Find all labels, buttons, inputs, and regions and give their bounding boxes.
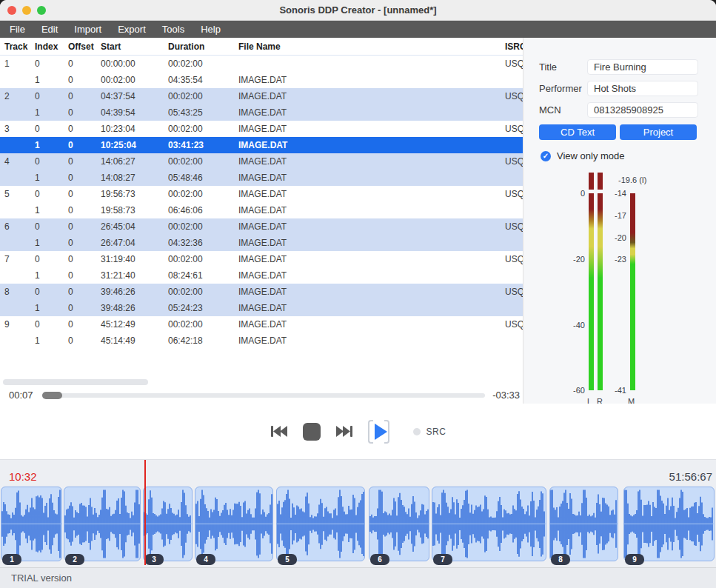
cell-index: 0 [35, 287, 68, 297]
menu-item-file[interactable]: File [1, 21, 33, 38]
waveform-segment[interactable]: 2 [64, 487, 141, 561]
total-time: 51:56:67 [669, 470, 712, 483]
table-row[interactable]: 60026:45:0400:02:00IMAGE.DATUSQ [0, 218, 523, 235]
cell-offset: 0 [68, 254, 101, 264]
cell-duration: 05:24:23 [168, 303, 238, 313]
table-row[interactable]: 30010:23:0400:02:00IMAGE.DATUSQ [0, 121, 523, 137]
track-number-badge: 4 [196, 554, 215, 565]
cell-duration: 00:02:00 [168, 189, 238, 199]
table-row[interactable]: 70031:19:4000:02:00IMAGE.DATUSQ [0, 251, 523, 267]
cell-index: 1 [35, 205, 68, 216]
waveform-segment[interactable]: 1 [1, 487, 62, 561]
src-radio-icon[interactable] [413, 428, 421, 435]
waveform-segment[interactable]: 6 [369, 487, 429, 561]
table-row[interactable]: 1010:25:0403:41:23IMAGE.DAT [0, 137, 523, 153]
horizontal-scrollbar[interactable] [3, 379, 148, 385]
column-header-offset[interactable]: Offset [68, 41, 101, 52]
waveform-segment[interactable]: 4 [195, 487, 273, 561]
seek-thumb[interactable] [42, 392, 62, 399]
cell-isrc: USQ [505, 254, 523, 264]
cell-duration: 04:32:36 [168, 238, 238, 248]
cell-start: 19:56:73 [101, 189, 168, 199]
play-button[interactable] [368, 420, 389, 444]
track-number-badge: 7 [433, 554, 452, 565]
table-row[interactable]: 50019:56:7300:02:00IMAGE.DATUSQ [0, 186, 523, 202]
skip-forward-icon[interactable] [335, 425, 353, 438]
src-option[interactable]: SRC [413, 427, 446, 437]
waveform-image [195, 487, 272, 561]
waveform-segment[interactable]: 5 [276, 487, 365, 561]
cell-duration: 08:24:61 [168, 270, 238, 281]
table-row[interactable]: 80039:46:2600:02:00IMAGE.DATUSQ [0, 284, 523, 300]
waveform-segment[interactable]: 8 [549, 487, 618, 561]
cell-isrc: USQ [505, 319, 523, 330]
cell-track: 7 [4, 254, 35, 264]
track-number-badge: 3 [144, 554, 164, 565]
table-row[interactable]: 1004:39:5405:43:25IMAGE.DAT [0, 104, 523, 121]
skip-back-icon[interactable] [270, 425, 288, 438]
column-header-isrc[interactable]: ISRC [505, 41, 523, 52]
table-row[interactable]: 90045:12:4900:02:00IMAGE.DATUSQ [0, 316, 523, 333]
table-row[interactable]: 1031:21:4008:24:61IMAGE.DAT [0, 267, 523, 284]
cell-offset: 0 [68, 270, 101, 281]
overload-indicator [589, 173, 594, 190]
window-title: Sonoris DDP Creator - [unnamed*] [0, 0, 716, 21]
waveform-segment[interactable]: 3 [143, 487, 193, 561]
cell-duration: 05:48:46 [168, 173, 238, 183]
src-label: SRC [426, 427, 446, 437]
cell-index: 1 [35, 173, 68, 183]
cell-file: IMAGE.DAT [238, 189, 505, 199]
menu-item-import[interactable]: Import [66, 21, 110, 38]
table-row[interactable]: 1045:14:4906:42:18IMAGE.DAT [0, 333, 523, 349]
waveform-segment[interactable]: 9 [623, 487, 715, 561]
status-bar: TRIAL version [0, 567, 716, 588]
waveform-segment[interactable]: 7 [432, 487, 546, 561]
cell-file: IMAGE.DAT [238, 91, 505, 101]
overload-indicator [598, 173, 603, 190]
cell-offset: 0 [68, 156, 101, 167]
table-row[interactable]: 10000:00:0000:02:00USQ [0, 56, 523, 72]
waveform-image [624, 487, 714, 561]
cell-offset: 0 [68, 75, 101, 85]
cell-index: 0 [35, 156, 68, 167]
table-row[interactable]: 1000:02:0004:35:54IMAGE.DAT [0, 72, 523, 88]
focus-bracket-right [384, 420, 389, 444]
cell-start: 14:08:27 [101, 173, 168, 183]
table-row[interactable]: 1014:08:2705:48:46IMAGE.DAT [0, 170, 523, 186]
cell-isrc: USQ [505, 189, 523, 199]
cell-offset: 0 [68, 303, 101, 313]
menu-item-edit[interactable]: Edit [33, 21, 66, 38]
meter-bar-mid [630, 193, 635, 390]
table-row[interactable]: 1019:58:7306:46:06IMAGE.DAT [0, 202, 523, 218]
waveform-image [64, 487, 140, 561]
cell-duration: 00:02:00 [168, 156, 238, 167]
column-header-index[interactable]: Index [35, 41, 68, 52]
menu-item-export[interactable]: Export [110, 21, 154, 38]
meter-scale-label: -23 [604, 255, 626, 264]
table-row[interactable]: 20004:37:5400:02:00IMAGE.DATUSQ [0, 88, 523, 104]
menu-item-help[interactable]: Help [193, 21, 229, 38]
stop-button[interactable] [303, 423, 321, 441]
cell-start: 00:00:00 [101, 59, 168, 69]
cell-file: IMAGE.DAT [238, 107, 505, 118]
cell-index: 0 [35, 221, 68, 232]
level-meters: 0-20-40-60-14-17-20-23-41-19.6 (I)LRM [523, 38, 716, 404]
table-row[interactable]: 1039:48:2605:24:23IMAGE.DAT [0, 300, 523, 316]
column-header-duration[interactable]: Duration [168, 41, 238, 52]
table-row[interactable]: 40014:06:2700:02:00IMAGE.DATUSQ [0, 153, 523, 170]
column-header-track[interactable]: Track [4, 41, 35, 52]
table-row[interactable]: 1026:47:0404:32:36IMAGE.DAT [0, 235, 523, 251]
track-number-badge: 1 [2, 554, 21, 565]
cell-index: 1 [35, 335, 68, 346]
cell-start: 26:47:04 [101, 238, 168, 248]
menu-item-tools[interactable]: Tools [154, 21, 193, 38]
column-header-start[interactable]: Start [101, 41, 168, 52]
cell-track: 2 [4, 91, 35, 101]
column-header-file-name[interactable]: File Name [238, 41, 505, 52]
cell-start: 14:06:27 [101, 156, 168, 167]
cell-track: 5 [4, 189, 35, 199]
cell-file: IMAGE.DAT [238, 124, 505, 134]
seek-track[interactable] [42, 393, 485, 398]
track-number-badge: 8 [551, 554, 570, 565]
cell-file: IMAGE.DAT [238, 335, 505, 346]
